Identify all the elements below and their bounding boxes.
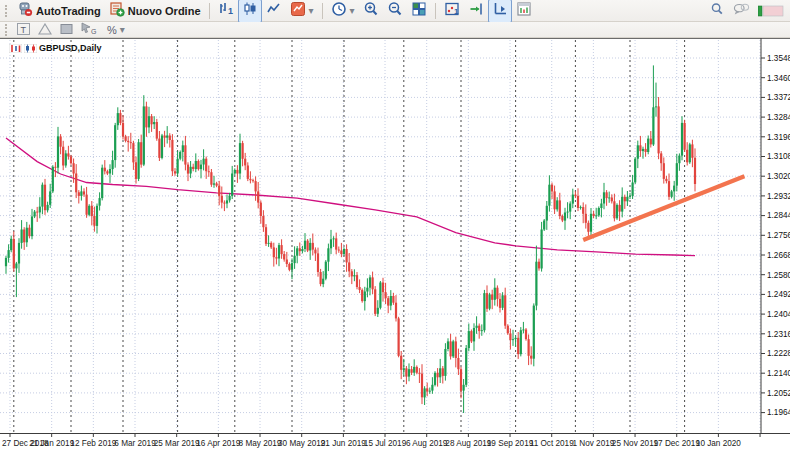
zoom-out-button[interactable]: [383, 0, 407, 23]
price-tick-label: 1.19640: [767, 408, 790, 417]
price-tick-label: 1.26680: [767, 251, 790, 260]
toolbar-grip[interactable]: [5, 24, 10, 36]
separator: [322, 3, 323, 19]
timeframe-clock-icon: [331, 1, 347, 21]
price-tick-label: 1.22280: [767, 349, 790, 358]
line-chart-icon: [266, 1, 282, 21]
auto-scroll-icon: [492, 1, 508, 21]
triangle-tool-icon: [38, 21, 52, 39]
chat-button[interactable]: [728, 0, 754, 22]
price-tick-label: 1.31960: [767, 133, 790, 142]
date-tick-label: 25 Mar 2019: [154, 439, 200, 448]
date-tick-label: 1 Nov 2019: [572, 439, 614, 448]
price-tick-label: 1.21400: [767, 369, 790, 378]
date-tick-label: 15 Jul 2019: [364, 439, 407, 448]
timeframe-button[interactable]: ▾: [327, 0, 359, 23]
candle-mini-icon: [24, 44, 37, 53]
symbol-label-text: GBPUSD,Daily: [39, 43, 102, 53]
charts-window-icon: [516, 1, 532, 21]
price-tick-label: 1.34600: [767, 74, 790, 83]
date-tick-label: 21 Jan 2019: [29, 439, 75, 448]
date-tick-label: 21 Jun 2019: [321, 439, 367, 448]
separator: [209, 3, 210, 19]
svg-text:1: 1: [454, 6, 459, 15]
chart-template-button[interactable]: ▾: [286, 0, 318, 23]
price-tick-label: 1.31080: [767, 152, 790, 161]
price-tick-label: 1.24040: [767, 310, 790, 319]
symbol-label: GBPUSD,Daily: [9, 43, 102, 53]
rectangle-tool-icon: [60, 21, 73, 39]
price-tick-label: 1.30200: [767, 172, 790, 181]
bars-count-icon: 1: [444, 1, 460, 21]
svg-text:T: T: [21, 24, 27, 34]
bar-chart-icon: 1: [218, 1, 234, 21]
tile-windows-icon: [411, 1, 427, 21]
price-tick-label: 1.23160: [767, 330, 790, 339]
price-tick-label: 1.32840: [767, 113, 790, 122]
chevron-down-icon: ▾: [350, 6, 355, 16]
drawing-toolbar: T G % ▾: [0, 22, 790, 38]
date-tick-label: 28 Aug 2019: [445, 439, 491, 448]
bar-chart-button[interactable]: 1: [214, 0, 238, 23]
charts-window-button[interactable]: [512, 0, 536, 23]
price-tick-label: 1.25800: [767, 271, 790, 280]
chart-window: 1.354801.346001.337201.328401.319601.310…: [0, 38, 790, 453]
svg-text:1: 1: [228, 6, 233, 16]
date-tick-label: 19 Sep 2019: [487, 439, 534, 448]
percent-tool-button[interactable]: % ▾: [103, 23, 129, 37]
price-chart[interactable]: 1.354801.346001.337201.328401.319601.310…: [0, 38, 790, 453]
date-tick-label: 8 May 2019: [239, 439, 282, 448]
bar-chart-mini-icon: [9, 44, 22, 53]
autotrading-label: AutoTrading: [36, 5, 101, 17]
zoom-in-icon: [363, 1, 379, 21]
new-order-icon: [109, 1, 125, 21]
date-tick-label: 16 Apr 2019: [196, 439, 241, 448]
price-tick-label: 1.24920: [767, 290, 790, 299]
zoom-out-icon: [387, 1, 403, 21]
search-icon: [710, 2, 724, 20]
candlestick-chart-icon: [242, 1, 258, 21]
new-order-button[interactable]: Nuovo Ordine: [105, 0, 205, 23]
new-order-label: Nuovo Ordine: [128, 5, 201, 17]
search-button[interactable]: [706, 0, 728, 22]
separator: [435, 3, 436, 19]
date-tick-label: 17 Dec 2019: [654, 439, 701, 448]
price-tick-label: 1.35480: [767, 54, 790, 63]
candlestick-chart-button[interactable]: [238, 0, 262, 23]
tile-windows-button[interactable]: [407, 0, 431, 23]
price-tick-label: 1.20520: [767, 389, 790, 398]
gann-tools-icon: G: [81, 21, 99, 39]
chevron-down-icon: ▾: [309, 6, 314, 16]
chart-template-icon: [290, 1, 306, 21]
zoom-in-button[interactable]: [359, 0, 383, 23]
date-tick-label: 25 Nov 2019: [612, 439, 659, 448]
price-tick-label: 1.27560: [767, 231, 790, 240]
date-tick-label: 6 Aug 2019: [406, 439, 448, 448]
main-toolbar: AutoTrading Nuovo Ordine 1: [0, 0, 790, 22]
connection-indicator: [754, 2, 788, 20]
date-tick-label: 12 Feb 2019: [70, 439, 116, 448]
chart-background: [0, 38, 790, 453]
autotrading-icon: [17, 1, 33, 21]
price-tick-label: 1.28440: [767, 211, 790, 220]
line-chart-button[interactable]: [262, 0, 286, 23]
price-tick-label: 1.33720: [767, 93, 790, 102]
chat-icon: [732, 2, 750, 20]
date-tick-label: 11 Oct 2019: [530, 439, 574, 448]
date-tick-label: 6 Mar 2019: [114, 439, 156, 448]
connection-bars-icon: [758, 4, 784, 18]
toolbar-grip[interactable]: [5, 5, 10, 17]
bars-count-button[interactable]: 1: [440, 0, 464, 23]
chart-shift-button[interactable]: [464, 0, 488, 23]
svg-text:G: G: [91, 28, 96, 35]
percent-tool-icon: %: [107, 25, 117, 35]
price-tick-label: 1.29320: [767, 192, 790, 201]
text-tool-icon: T: [17, 21, 30, 39]
chevron-down-icon: ▾: [120, 25, 125, 35]
chart-shift-icon: [468, 1, 484, 21]
date-tick-label: 30 May 2019: [278, 439, 326, 448]
date-tick-label: 10 Jan 2020: [696, 439, 742, 448]
auto-scroll-button[interactable]: [488, 0, 512, 23]
